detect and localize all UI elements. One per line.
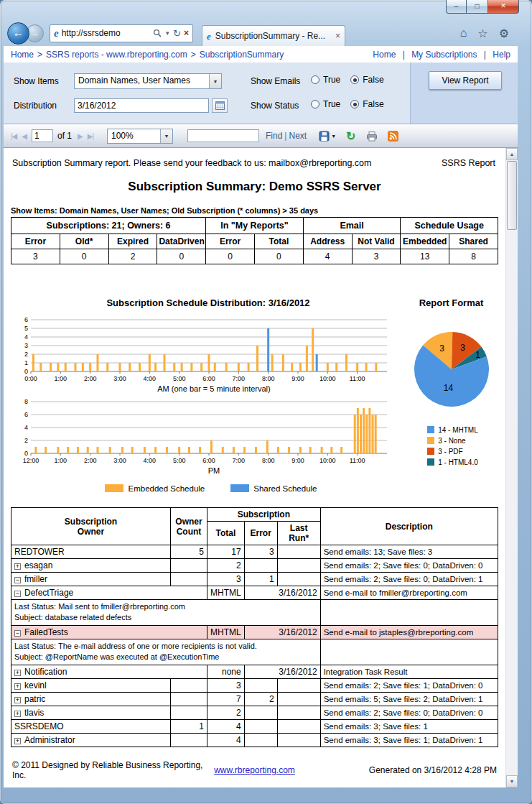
footer-website-link[interactable]: www.rbreporting.com (214, 765, 295, 775)
subject-line: Subject: database related defects (14, 612, 317, 623)
show-emails-false-radio[interactable] (350, 75, 359, 84)
breadcrumb-reports-link[interactable]: SSRS reports - www.rbreporting.com (46, 50, 187, 60)
footer-generated: Generated on 3/16/2012 4:28 PM (295, 765, 497, 775)
expand-icon[interactable]: + (14, 738, 21, 744)
home-link[interactable]: Home (373, 50, 396, 60)
status-cell: Last Status: Mail sent to fmiller@rbrepo… (11, 600, 321, 626)
expand-icon[interactable]: + (14, 711, 21, 717)
col-subscription-group: Subscription (207, 508, 321, 522)
show-status-true-radio[interactable] (311, 100, 319, 108)
data-feed-icon[interactable] (388, 131, 398, 142)
user-row: −fmiller31Send emails: 2; Save files: 0;… (11, 573, 498, 586)
svg-text:7:00: 7:00 (233, 457, 246, 464)
dropdown-arrow-icon[interactable]: ▼ (209, 74, 221, 88)
breadcrumb-separator: > (37, 50, 42, 60)
owner-count-cell (171, 733, 207, 747)
first-page-button[interactable]: |◀ (11, 132, 17, 140)
refresh-icon[interactable]: ↻ (173, 28, 181, 39)
expand-icon[interactable]: + (14, 683, 21, 690)
owner-name-cell: +Administrator (11, 733, 171, 747)
expand-icon[interactable]: + (14, 563, 21, 570)
summary-value: 13 (401, 249, 449, 264)
calendar-icon[interactable] (212, 98, 228, 113)
status-row: Last Status: The e-mail address of one o… (11, 639, 498, 665)
breadcrumb-current-link[interactable]: SubscriptionSummary (200, 50, 284, 60)
tab-close-icon[interactable]: × (335, 31, 340, 41)
address-bar[interactable]: e http://ssrsdemo ▼ ↻ × (50, 24, 193, 42)
scroll-up-button[interactable]: ▲ (506, 148, 518, 160)
footer-copyright: © 2011 Designed by Reliable Business Rep… (12, 760, 214, 780)
user-row: +esagan2Send emails: 2; Save files: 0; D… (11, 559, 498, 573)
last-page-button[interactable]: ▶| (88, 132, 93, 140)
view-report-button[interactable]: View Report (429, 71, 502, 90)
prev-page-button[interactable]: ◀ (22, 132, 27, 140)
find-input[interactable] (187, 129, 259, 142)
export-icon[interactable] (319, 131, 330, 142)
svg-text:11:00: 11:00 (350, 375, 365, 382)
search-icon[interactable] (153, 29, 162, 37)
expand-icon[interactable]: + (14, 670, 21, 676)
zoom-value: 100% (108, 129, 160, 143)
svg-text:3:00: 3:00 (113, 375, 126, 382)
show-status-false-radio[interactable] (350, 100, 359, 108)
distribution-input[interactable] (74, 98, 209, 113)
show-items-dropdown[interactable]: Domain Names, User Names ▼ (74, 73, 222, 89)
scroll-down-button[interactable]: ▼ (506, 775, 518, 787)
browser-tab[interactable]: e SubscriptionSummary - Re... × (202, 25, 345, 46)
vertical-scrollbar[interactable]: ▲ ▼ (505, 148, 518, 787)
export-dropdown-icon[interactable]: ▼ (331, 134, 336, 139)
last-run-cell: 3/16/2012 (244, 625, 320, 639)
owner-name-cell: +esagan (11, 559, 171, 573)
breadcrumb-home-link[interactable]: Home (11, 50, 34, 60)
summary-column-header: DataDriven (157, 234, 206, 249)
help-link[interactable]: Help (493, 50, 510, 60)
collapse-icon[interactable]: − (14, 630, 21, 637)
legend-item: Shared Schedule (230, 484, 317, 493)
next-page-button[interactable]: ▶ (78, 132, 83, 140)
legend-swatch (427, 437, 434, 444)
false-label: False (363, 99, 383, 109)
svg-text:3:00: 3:00 (113, 457, 126, 464)
address-url[interactable]: http://ssrsdemo (62, 28, 150, 38)
find-link[interactable]: Find (266, 131, 282, 141)
summary-table-body: Subscriptions: 21; Owners: 6In "My Repor… (11, 218, 498, 264)
back-button[interactable]: ← (7, 22, 29, 45)
my-subscriptions-link[interactable]: My Subscriptions (411, 50, 477, 60)
home-icon[interactable]: ⌂ (460, 27, 467, 40)
description-cell: Send emails: 2; Save files: 0; DataDrive… (320, 573, 498, 586)
description-cell: Send emails: 2; Save files: 0; DataDrive… (320, 559, 498, 573)
scroll-thumb[interactable] (507, 161, 517, 230)
report-format-title: Report Format (419, 297, 484, 308)
tools-gear-icon[interactable]: ⚙ (499, 27, 509, 40)
next-link[interactable]: Next (289, 131, 307, 141)
col-error: Error (244, 522, 277, 545)
svg-text:4:00: 4:00 (144, 457, 157, 464)
window-titlebar[interactable]: – □ × (0, 0, 532, 20)
close-button[interactable]: × (487, 0, 519, 14)
refresh-report-icon[interactable]: ↻ (346, 129, 355, 143)
stop-icon[interactable]: × (184, 28, 189, 38)
minimize-button[interactable]: – (446, 0, 467, 14)
window-controls: – □ × (446, 0, 519, 14)
legend-label: Embedded Schedule (128, 484, 205, 493)
svg-text:5:00: 5:00 (173, 375, 186, 382)
page-number-input[interactable] (32, 129, 53, 142)
report-header-row: Subscription Summary report. Please send… (4, 148, 505, 168)
maximize-button[interactable]: □ (467, 0, 487, 14)
svg-text:6:00: 6:00 (202, 375, 215, 382)
report-title: Subscription Summary: Demo SSRS Server (4, 180, 505, 194)
zoom-arrow-icon[interactable]: ▼ (160, 129, 172, 143)
collapse-icon[interactable]: − (14, 591, 21, 597)
find-next-separator: | (284, 131, 286, 141)
report-toolbar: |◀ ◀ of 1 ▶ ▶| 100% ▼ Find | Next ▼ ↻ (4, 124, 518, 148)
zoom-select[interactable]: 100% ▼ (107, 129, 173, 144)
show-emails-true-radio[interactable] (311, 75, 319, 84)
print-icon[interactable] (366, 131, 378, 142)
summary-group-row: Subscriptions: 21; Owners: 6In "My Repor… (11, 218, 498, 234)
view-report-zone: View Report (410, 63, 518, 124)
error-cell (244, 678, 277, 692)
favorites-star-icon[interactable]: ☆ (477, 27, 487, 40)
collapse-icon[interactable]: − (14, 577, 21, 583)
expand-icon[interactable]: + (14, 697, 21, 703)
address-dropdown-icon[interactable]: ▼ (164, 30, 170, 37)
